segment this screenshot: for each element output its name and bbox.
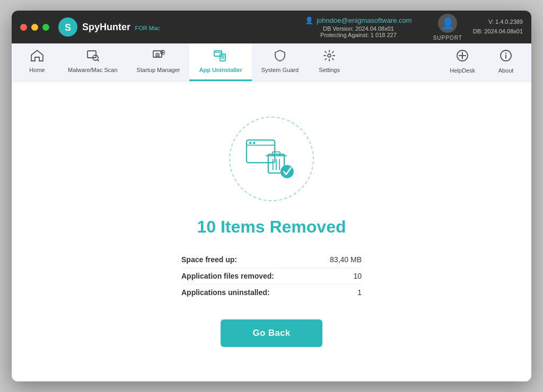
app-title-text: SpyHunter FOR Mac (82, 22, 160, 33)
nav-label-app-uninstaller: App Uninstaller (199, 67, 242, 73)
svg-point-24 (505, 52, 506, 54)
nav-label-system-guard: System Guard (261, 67, 299, 73)
system-guard-icon (274, 50, 286, 65)
version-text: V: 1.4.0.2389 (473, 17, 523, 27)
nav-item-startup-manager[interactable]: Startup Manager (127, 43, 190, 81)
home-icon (31, 50, 43, 65)
nav-label-malware-scan: Malware/Mac Scan (68, 67, 118, 73)
support-label: SUPPORT (433, 35, 462, 41)
svg-rect-13 (220, 54, 225, 61)
stat-row-apps: Applications uninstalled: 1 (181, 284, 362, 300)
startup-manager-icon (152, 50, 165, 65)
header-db-info: DB Version: 2024.04.08x01 Protecting Aga… (320, 25, 397, 38)
app-name-suffix: FOR Mac (135, 25, 160, 31)
nav-item-app-uninstaller[interactable]: App Uninstaller (189, 43, 251, 81)
result-title: 10 Items Removed (197, 217, 346, 237)
svg-point-27 (249, 141, 251, 144)
svg-rect-2 (87, 51, 96, 58)
version-info: V: 1.4.0.2389 DB: 2024.04.08x01 (473, 17, 523, 36)
stat-row-space: Space freed up: 83,40 MB (181, 252, 362, 268)
app-logo: S SpyHunter FOR Mac (58, 17, 160, 37)
titlebar: S SpyHunter FOR Mac 👤 johndoe@enigmasoft… (12, 11, 531, 43)
nav-label-helpdesk: HelpDesk (450, 67, 475, 74)
support-button[interactable]: 👤 SUPPORT (433, 14, 462, 41)
stats-table: Space freed up: 83,40 MB Application fil… (181, 252, 362, 300)
settings-icon (323, 50, 335, 65)
nav-item-system-guard[interactable]: System Guard (252, 43, 308, 81)
malware-scan-icon (86, 50, 99, 65)
svg-text:S: S (65, 22, 71, 33)
protecting-text: Protecting Against: 1 018 227 (320, 32, 397, 38)
stat-value-space: 83,40 MB (330, 255, 362, 264)
spyhunter-logo-icon: S (58, 17, 78, 37)
svg-point-7 (156, 55, 158, 56)
db-version-text: DB Version: 2024.04.08x01 (323, 25, 394, 32)
helpdesk-icon (456, 49, 469, 65)
uninstall-result-icon (245, 138, 298, 180)
svg-point-35 (281, 165, 294, 178)
svg-point-17 (328, 54, 331, 57)
support-avatar-icon: 👤 (438, 14, 457, 33)
stat-label-apps: Applications uninstalled: (181, 288, 269, 297)
nav-label-startup-manager: Startup Manager (137, 67, 180, 73)
nav-item-home[interactable]: Home (16, 43, 58, 81)
header-user: 👤 johndoe@enigmasoftware.com (305, 16, 411, 24)
db-text: DB: 2024.04.08x01 (473, 27, 523, 37)
nav-item-about[interactable]: About (485, 43, 527, 81)
nav-label-home: Home (29, 67, 45, 73)
app-name: SpyHunter (82, 22, 130, 32)
result-icon-wrapper (229, 117, 314, 201)
app-window: S SpyHunter FOR Mac 👤 johndoe@enigmasoft… (12, 11, 531, 381)
navbar: Home Malware/Mac Scan (12, 43, 531, 82)
nav-item-helpdesk[interactable]: HelpDesk (440, 43, 485, 81)
go-back-button[interactable]: Go Back (221, 319, 322, 347)
stat-value-files: 10 (353, 272, 362, 280)
close-button[interactable] (20, 24, 27, 31)
stat-label-space: Space freed up: (181, 255, 237, 264)
nav-label-about: About (498, 67, 514, 74)
stat-label-files: Application files removed: (181, 272, 274, 280)
nav-label-settings: Settings (319, 67, 340, 73)
nav-item-settings[interactable]: Settings (308, 43, 351, 81)
app-uninstaller-icon (214, 50, 227, 65)
header-center: 👤 johndoe@enigmasoftware.com DB Version:… (305, 16, 411, 38)
svg-point-28 (253, 141, 255, 144)
user-icon: 👤 (305, 16, 313, 24)
traffic-lights (20, 24, 49, 31)
minimize-button[interactable] (31, 24, 38, 31)
nav-item-malware-scan[interactable]: Malware/Mac Scan (58, 43, 127, 81)
nav-spacer (351, 43, 440, 81)
main-content: 10 Items Removed Space freed up: 83,40 M… (12, 82, 531, 381)
maximize-button[interactable] (42, 24, 49, 31)
user-email: johndoe@enigmasoftware.com (317, 16, 411, 24)
stat-value-apps: 1 (357, 288, 362, 297)
about-icon (500, 49, 512, 65)
person-icon: 👤 (441, 17, 454, 30)
svg-line-4 (98, 60, 99, 61)
stat-row-files: Application files removed: 10 (181, 268, 362, 284)
